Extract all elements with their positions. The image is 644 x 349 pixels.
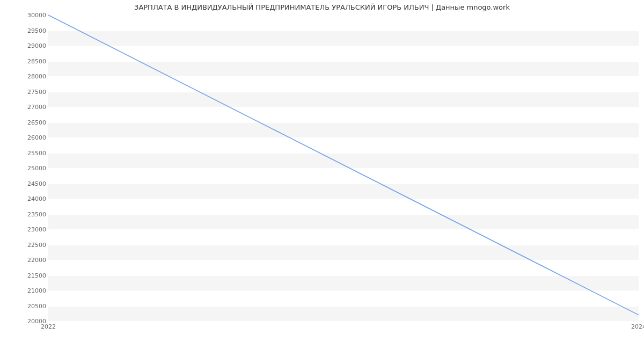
y-tick-label: 26000	[14, 134, 46, 141]
y-tick-label: 29500	[14, 27, 46, 34]
gridline	[48, 321, 639, 322]
y-tick-label: 22000	[14, 257, 46, 264]
y-tick-label: 29000	[14, 42, 46, 49]
chart-line-layer	[48, 15, 639, 321]
y-tick-label: 28500	[14, 57, 46, 64]
y-tick-label: 20500	[14, 302, 46, 309]
y-tick-label: 21500	[14, 272, 46, 279]
y-tick-label: 23500	[14, 210, 46, 217]
chart-title: ЗАРПЛАТА В ИНДИВИДУАЛЬНЫЙ ПРЕДПРИНИМАТЕЛ…	[0, 3, 644, 11]
y-tick-label: 28000	[14, 73, 46, 80]
series-line	[48, 15, 639, 315]
y-tick-label: 25500	[14, 149, 46, 156]
y-tick-label: 25000	[14, 165, 46, 172]
y-tick-label: 24000	[14, 195, 46, 202]
y-tick-label: 24500	[14, 180, 46, 187]
y-tick-label: 26500	[14, 119, 46, 126]
y-tick-label: 23000	[14, 226, 46, 233]
plot-area	[48, 15, 639, 321]
x-tick-label: 2024	[631, 323, 644, 330]
y-tick-label: 30000	[14, 12, 46, 19]
x-tick-label: 2022	[41, 323, 56, 330]
line-chart: ЗАРПЛАТА В ИНДИВИДУАЛЬНЫЙ ПРЕДПРИНИМАТЕЛ…	[0, 0, 644, 349]
y-tick-label: 22500	[14, 241, 46, 248]
y-tick-label: 27500	[14, 88, 46, 95]
y-tick-label: 21000	[14, 287, 46, 294]
y-tick-label: 27000	[14, 104, 46, 111]
